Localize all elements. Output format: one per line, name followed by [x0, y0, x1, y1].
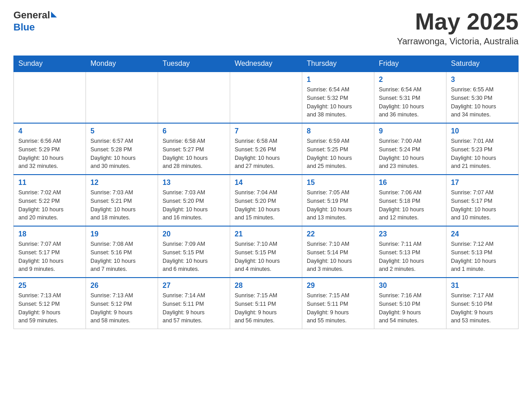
- day-number: 20: [163, 230, 225, 238]
- calendar-cell: [230, 72, 302, 123]
- calendar-cell: 3Sunrise: 6:55 AMSunset: 5:30 PMDaylight…: [446, 72, 519, 123]
- day-info: Sunrise: 7:11 AMSunset: 5:13 PMDaylight:…: [379, 240, 442, 274]
- day-number: 17: [451, 179, 514, 187]
- location: Yarrawonga, Victoria, Australia: [397, 36, 519, 47]
- day-info: Sunrise: 6:54 AMSunset: 5:32 PMDaylight:…: [307, 86, 369, 119]
- day-info: Sunrise: 7:05 AMSunset: 5:19 PMDaylight:…: [307, 188, 369, 222]
- calendar-cell: 22Sunrise: 7:10 AMSunset: 5:14 PMDayligh…: [302, 226, 374, 278]
- logo: General Blue: [13, 9, 57, 34]
- week-row-1: 1Sunrise: 6:54 AMSunset: 5:32 PMDaylight…: [14, 72, 519, 123]
- day-number: 26: [90, 282, 153, 290]
- title-block: May 2025 Yarrawonga, Victoria, Australia: [397, 9, 519, 47]
- day-info: Sunrise: 7:07 AMSunset: 5:17 PMDaylight:…: [451, 188, 514, 222]
- day-info: Sunrise: 7:06 AMSunset: 5:18 PMDaylight:…: [379, 188, 442, 222]
- day-number: 12: [90, 179, 153, 187]
- day-info: Sunrise: 7:04 AMSunset: 5:20 PMDaylight:…: [235, 188, 297, 222]
- week-row-2: 4Sunrise: 6:56 AMSunset: 5:29 PMDaylight…: [14, 123, 519, 175]
- calendar-table: SundayMondayTuesdayWednesdayThursdayFrid…: [13, 56, 519, 329]
- day-info: Sunrise: 7:03 AMSunset: 5:21 PMDaylight:…: [90, 188, 153, 222]
- month-title: May 2025: [397, 9, 519, 34]
- day-info: Sunrise: 7:13 AMSunset: 5:12 PMDaylight:…: [18, 291, 81, 325]
- logo-arrow-icon: [51, 12, 57, 17]
- day-number: 8: [307, 127, 369, 135]
- calendar-cell: 5Sunrise: 6:57 AMSunset: 5:28 PMDaylight…: [86, 123, 158, 175]
- day-number: 7: [235, 127, 297, 135]
- day-number: 24: [451, 230, 514, 238]
- day-number: 5: [90, 127, 153, 135]
- week-row-3: 11Sunrise: 7:02 AMSunset: 5:22 PMDayligh…: [14, 175, 519, 226]
- calendar-cell: 29Sunrise: 7:15 AMSunset: 5:11 PMDayligh…: [302, 278, 374, 329]
- day-info: Sunrise: 7:16 AMSunset: 5:10 PMDaylight:…: [379, 291, 442, 325]
- day-number: 31: [451, 282, 514, 290]
- day-number: 29: [307, 282, 369, 290]
- calendar-cell: 15Sunrise: 7:05 AMSunset: 5:19 PMDayligh…: [302, 175, 374, 226]
- day-info: Sunrise: 6:58 AMSunset: 5:27 PMDaylight:…: [163, 137, 225, 171]
- day-number: 23: [379, 230, 442, 238]
- calendar-cell: 9Sunrise: 7:00 AMSunset: 5:24 PMDaylight…: [374, 123, 446, 175]
- logo-general: General: [13, 9, 50, 21]
- calendar-cell: 1Sunrise: 6:54 AMSunset: 5:32 PMDaylight…: [302, 72, 374, 123]
- day-number: 2: [379, 76, 442, 84]
- day-info: Sunrise: 6:55 AMSunset: 5:30 PMDaylight:…: [451, 86, 514, 119]
- calendar-cell: 19Sunrise: 7:08 AMSunset: 5:16 PMDayligh…: [86, 226, 158, 278]
- day-info: Sunrise: 7:02 AMSunset: 5:22 PMDaylight:…: [18, 188, 81, 222]
- day-number: 19: [90, 230, 153, 238]
- day-number: 28: [235, 282, 297, 290]
- calendar-cell: 7Sunrise: 6:58 AMSunset: 5:26 PMDaylight…: [230, 123, 302, 175]
- day-header-wednesday: Wednesday: [230, 56, 302, 72]
- calendar-cell: 4Sunrise: 6:56 AMSunset: 5:29 PMDaylight…: [14, 123, 86, 175]
- calendar-cell: 8Sunrise: 6:59 AMSunset: 5:25 PMDaylight…: [302, 123, 374, 175]
- day-info: Sunrise: 6:54 AMSunset: 5:31 PMDaylight:…: [379, 86, 442, 119]
- calendar-cell: 20Sunrise: 7:09 AMSunset: 5:15 PMDayligh…: [158, 226, 230, 278]
- calendar-cell: 11Sunrise: 7:02 AMSunset: 5:22 PMDayligh…: [14, 175, 86, 226]
- day-info: Sunrise: 7:15 AMSunset: 5:11 PMDaylight:…: [307, 291, 369, 325]
- calendar-cell: 17Sunrise: 7:07 AMSunset: 5:17 PMDayligh…: [446, 175, 519, 226]
- day-number: 30: [379, 282, 442, 290]
- day-number: 9: [379, 127, 442, 135]
- page-header: General Blue May 2025 Yarrawonga, Victor…: [13, 9, 519, 47]
- day-info: Sunrise: 6:56 AMSunset: 5:29 PMDaylight:…: [18, 137, 81, 171]
- day-info: Sunrise: 7:08 AMSunset: 5:16 PMDaylight:…: [90, 240, 153, 274]
- calendar-cell: 31Sunrise: 7:17 AMSunset: 5:10 PMDayligh…: [446, 278, 519, 329]
- calendar-cell: 18Sunrise: 7:07 AMSunset: 5:17 PMDayligh…: [14, 226, 86, 278]
- day-info: Sunrise: 7:17 AMSunset: 5:10 PMDaylight:…: [451, 291, 514, 325]
- day-header-sunday: Sunday: [14, 56, 86, 72]
- day-number: 27: [163, 282, 225, 290]
- day-info: Sunrise: 6:59 AMSunset: 5:25 PMDaylight:…: [307, 137, 369, 171]
- calendar-cell: 6Sunrise: 6:58 AMSunset: 5:27 PMDaylight…: [158, 123, 230, 175]
- calendar-cell: 26Sunrise: 7:13 AMSunset: 5:12 PMDayligh…: [86, 278, 158, 329]
- calendar-cell: 23Sunrise: 7:11 AMSunset: 5:13 PMDayligh…: [374, 226, 446, 278]
- day-number: 6: [163, 127, 225, 135]
- day-info: Sunrise: 7:07 AMSunset: 5:17 PMDaylight:…: [18, 240, 81, 274]
- day-header-thursday: Thursday: [302, 56, 374, 72]
- day-info: Sunrise: 7:10 AMSunset: 5:15 PMDaylight:…: [235, 240, 297, 274]
- day-header-tuesday: Tuesday: [158, 56, 230, 72]
- day-number: 22: [307, 230, 369, 238]
- day-info: Sunrise: 6:57 AMSunset: 5:28 PMDaylight:…: [90, 137, 153, 171]
- day-info: Sunrise: 7:13 AMSunset: 5:12 PMDaylight:…: [90, 291, 153, 325]
- week-row-5: 25Sunrise: 7:13 AMSunset: 5:12 PMDayligh…: [14, 278, 519, 329]
- day-info: Sunrise: 7:09 AMSunset: 5:15 PMDaylight:…: [163, 240, 225, 274]
- day-info: Sunrise: 7:00 AMSunset: 5:24 PMDaylight:…: [379, 137, 442, 171]
- day-number: 18: [18, 230, 81, 238]
- calendar-cell: [86, 72, 158, 123]
- day-number: 11: [18, 179, 81, 187]
- day-info: Sunrise: 7:03 AMSunset: 5:20 PMDaylight:…: [163, 188, 225, 222]
- day-number: 16: [379, 179, 442, 187]
- day-info: Sunrise: 7:15 AMSunset: 5:11 PMDaylight:…: [235, 291, 297, 325]
- day-info: Sunrise: 6:58 AMSunset: 5:26 PMDaylight:…: [235, 137, 297, 171]
- day-info: Sunrise: 7:10 AMSunset: 5:14 PMDaylight:…: [307, 240, 369, 274]
- day-number: 13: [163, 179, 225, 187]
- calendar-cell: 2Sunrise: 6:54 AMSunset: 5:31 PMDaylight…: [374, 72, 446, 123]
- calendar-cell: 10Sunrise: 7:01 AMSunset: 5:23 PMDayligh…: [446, 123, 519, 175]
- day-info: Sunrise: 7:01 AMSunset: 5:23 PMDaylight:…: [451, 137, 514, 171]
- day-number: 25: [18, 282, 81, 290]
- week-row-4: 18Sunrise: 7:07 AMSunset: 5:17 PMDayligh…: [14, 226, 519, 278]
- day-number: 21: [235, 230, 297, 238]
- day-header-friday: Friday: [374, 56, 446, 72]
- calendar-cell: 13Sunrise: 7:03 AMSunset: 5:20 PMDayligh…: [158, 175, 230, 226]
- calendar-cell: 16Sunrise: 7:06 AMSunset: 5:18 PMDayligh…: [374, 175, 446, 226]
- day-header-monday: Monday: [86, 56, 158, 72]
- day-number: 4: [18, 127, 81, 135]
- day-info: Sunrise: 7:12 AMSunset: 5:13 PMDaylight:…: [451, 240, 514, 274]
